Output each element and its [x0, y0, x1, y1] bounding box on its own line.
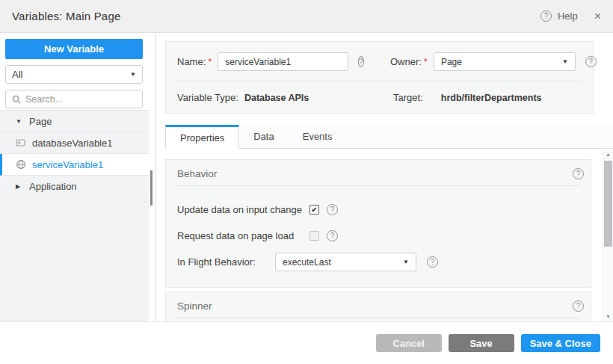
- in-flight-behavior-value: executeLast: [283, 257, 331, 268]
- dialog-footer: Cancel Save Save & Close: [0, 321, 613, 364]
- prop-label: In Flight Behavior:: [177, 256, 275, 268]
- owner-select[interactable]: Page ▼: [434, 52, 576, 71]
- tree-item-label: serviceVariable1: [32, 159, 103, 170]
- target-label: Target:: [393, 92, 423, 103]
- search-box[interactable]: [5, 90, 143, 108]
- request-data-help-icon[interactable]: ?: [327, 230, 338, 241]
- tree-item-application[interactable]: ▶ Application: [0, 176, 149, 197]
- properties-scrollbar[interactable]: ▲ ▼: [603, 149, 613, 321]
- name-label: Name:*: [177, 56, 212, 67]
- detail-tabs: Properties Data Events: [165, 125, 613, 149]
- owner-label: Owner:*: [390, 56, 428, 67]
- behavior-panel: Behavior ? Update data on input change ✔…: [165, 159, 591, 288]
- request-data-checkbox[interactable]: ✔: [309, 231, 319, 241]
- tab-events[interactable]: Events: [289, 125, 347, 148]
- triangle-expanded-icon: ▼: [16, 118, 23, 125]
- variable-filter-select[interactable]: All ▼: [5, 65, 143, 84]
- chevron-down-icon: ▼: [562, 58, 568, 65]
- behavior-help-icon[interactable]: ?: [573, 168, 584, 179]
- chevron-down-icon: ▼: [130, 71, 136, 78]
- service-variable-icon: [16, 159, 26, 170]
- save-and-close-button[interactable]: Save & Close: [521, 334, 600, 352]
- required-asterisk: *: [208, 56, 212, 67]
- titlebar-actions: ? Help ×: [540, 10, 601, 23]
- sidebar-scrollbar-thumb[interactable]: [150, 170, 153, 206]
- tree-item-label: databaseVariable1: [32, 138, 112, 149]
- required-asterisk: *: [424, 56, 428, 67]
- new-variable-button[interactable]: New Variable: [5, 39, 143, 59]
- variables-tree: ▼ Page databaseVariable1 serviceVariable…: [0, 110, 149, 321]
- dialog-titlebar: Variables: Main Page ? Help ×: [0, 0, 613, 33]
- spinner-panel: Spinner ?: [165, 291, 591, 321]
- type-target-row: Variable Type: Database APIs Target: hrd…: [166, 81, 593, 103]
- owner-value: Page: [441, 57, 462, 67]
- database-variable-icon: [16, 138, 26, 148]
- sidebar-controls: New Variable All ▼: [0, 34, 155, 108]
- variable-type-label: Variable Type:: [177, 92, 238, 103]
- save-button[interactable]: Save: [449, 334, 514, 352]
- owner-help-icon[interactable]: ?: [585, 56, 597, 67]
- prop-label: Update data on input change: [177, 204, 309, 215]
- variable-summary-panel: Name:* ? Owner:* Page ▼ ? Variable Type:…: [165, 41, 594, 114]
- in-flight-help-icon[interactable]: ?: [427, 256, 438, 268]
- prop-row-request-on-load: Request data on page load ✔ ?: [177, 223, 579, 249]
- scrollbar-thumb[interactable]: [604, 161, 612, 247]
- tree-item-service-variable[interactable]: serviceVariable1: [0, 154, 149, 176]
- triangle-collapsed-icon: ▶: [16, 183, 23, 190]
- spinner-help-icon[interactable]: ?: [573, 300, 584, 312]
- name-help-icon[interactable]: ?: [358, 56, 364, 67]
- prop-row-update-on-input: Update data on input change ✔ ?: [177, 197, 579, 223]
- panel-divider: [177, 318, 579, 318]
- variable-type-value: Database APIs: [244, 93, 309, 103]
- scroll-up-arrow-icon[interactable]: ▲: [603, 152, 613, 157]
- search-icon: [12, 95, 21, 104]
- tab-data[interactable]: Data: [239, 125, 288, 148]
- tab-properties[interactable]: Properties: [165, 125, 239, 149]
- tree-item-database-variable[interactable]: databaseVariable1: [0, 132, 149, 154]
- name-owner-row: Name:* ? Owner:* Page ▼ ?: [166, 42, 593, 72]
- scroll-down-arrow-icon[interactable]: ▼: [603, 314, 613, 319]
- owner-group: Owner:* Page ▼ ?: [390, 52, 597, 71]
- behavior-panel-header: Behavior ?: [166, 160, 591, 185]
- variables-sidebar: New Variable All ▼ ▼ Page databaseVariab…: [0, 34, 156, 321]
- page-title: Variables: Main Page: [12, 10, 120, 22]
- close-icon[interactable]: ×: [594, 10, 601, 23]
- properties-scroll-region: Behavior ? Update data on input change ✔…: [157, 149, 603, 321]
- help-link[interactable]: Help: [558, 10, 578, 22]
- variable-detail-pane: Name:* ? Owner:* Page ▼ ? Variable Type:…: [157, 34, 613, 321]
- search-input[interactable]: [25, 94, 123, 105]
- name-input[interactable]: [218, 52, 348, 71]
- prop-row-in-flight: In Flight Behavior: executeLast ▼ ?: [177, 249, 579, 275]
- help-icon[interactable]: ?: [540, 10, 552, 22]
- behavior-title: Behavior: [177, 168, 217, 179]
- tree-item-page[interactable]: ▼ Page: [0, 111, 149, 132]
- tree-item-label: Application: [29, 181, 77, 192]
- spinner-panel-header: Spinner ?: [166, 292, 591, 318]
- spinner-title: Spinner: [177, 300, 212, 312]
- in-flight-behavior-select[interactable]: executeLast ▼: [275, 253, 416, 271]
- target-group: Target: hrdb/filterDepartments: [393, 92, 542, 103]
- prop-label: Request data on page load: [177, 230, 309, 241]
- variable-filter-value: All: [12, 69, 22, 80]
- target-value: hrdb/filterDepartments: [441, 93, 542, 103]
- update-data-help-icon[interactable]: ?: [327, 204, 338, 215]
- chevron-down-icon: ▼: [403, 259, 409, 265]
- tree-item-label: Page: [29, 116, 52, 127]
- cancel-button[interactable]: Cancel: [376, 334, 442, 352]
- behavior-panel-body: Update data on input change ✔ ? Request …: [166, 186, 591, 287]
- update-data-checkbox[interactable]: ✔: [309, 205, 319, 215]
